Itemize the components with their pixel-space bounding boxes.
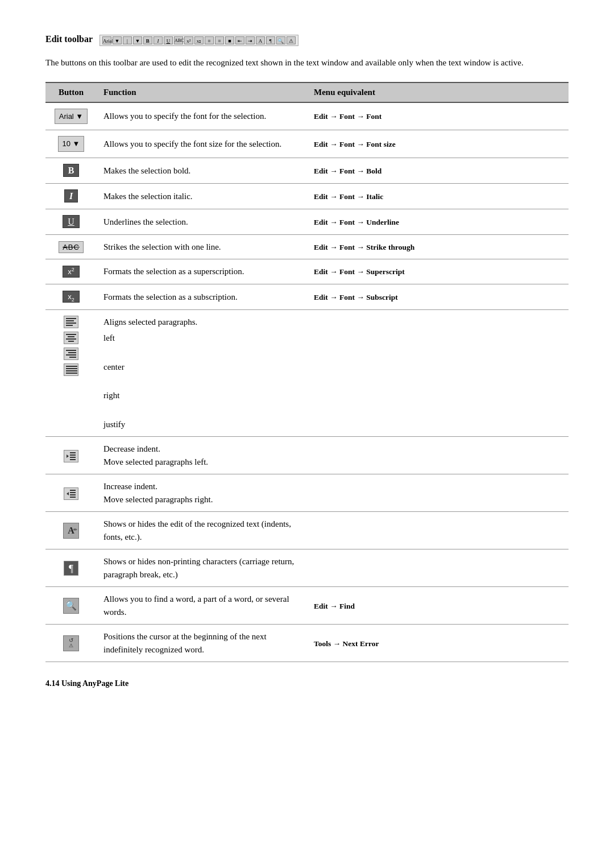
align-right-button[interactable] — [64, 348, 78, 360]
button-cell: x2 — [45, 259, 97, 284]
menu-cell — [307, 512, 569, 549]
function-cell: Underlines the selection. — [97, 209, 307, 234]
function-cell: Aligns selected paragraphs. left center … — [97, 309, 307, 437]
menu-equiv-text: Edit → Font → Font size — [314, 140, 396, 148]
subscript-button[interactable]: x2 — [63, 291, 80, 303]
menu-equiv-text: Edit → Find — [314, 602, 355, 610]
align-center-button[interactable] — [64, 332, 78, 344]
button-cell: x2 — [45, 284, 97, 309]
find-button[interactable]: 🔍 — [63, 598, 79, 614]
toolbar-indent1-preview: ⇤ — [235, 36, 244, 44]
function-cell: Makes the selection italic. — [97, 183, 307, 209]
increase-indent-button[interactable] — [64, 487, 78, 500]
table-row: Decrease indent.Move selected paragraphs… — [45, 437, 569, 474]
menu-cell: Edit → Font → Subscript — [307, 284, 569, 309]
button-cell: B — [45, 158, 97, 183]
pilcrow-button[interactable]: ¶ — [64, 561, 78, 576]
menu-cell: Edit → Find — [307, 587, 569, 625]
table-row: 🔍 Allows you to find a word, a part of a… — [45, 587, 569, 625]
font-selector-button[interactable]: Arial ▼ — [55, 109, 88, 125]
toolbar-find-preview: 🔍 — [276, 36, 285, 44]
toolbar-align1-preview: ≡ — [205, 36, 214, 44]
function-cell: Decrease indent.Move selected paragraphs… — [97, 437, 307, 474]
superscript-button[interactable]: x2 — [63, 266, 80, 278]
function-cell: Formats the selection as a superscriptio… — [97, 259, 307, 284]
menu-cell — [307, 309, 569, 437]
toolbar-err-preview: ⚠ — [287, 36, 296, 44]
toolbar-abc-preview: ABC — [174, 36, 183, 44]
table-row: I Makes the selection italic. Edit → Fon… — [45, 183, 569, 209]
button-cell: I — [45, 183, 97, 209]
toolbar-i-preview: I — [154, 36, 163, 44]
toolbar-align3-preview: ■ — [225, 36, 234, 44]
menu-cell — [307, 549, 569, 587]
table-row: ↺ ⚠ Positions the cursor at the beginnin… — [45, 625, 569, 662]
table-row: x2 Formats the selection as a superscrip… — [45, 259, 569, 284]
decrease-indent-button[interactable] — [64, 450, 78, 462]
button-cell: A ✏ — [45, 512, 97, 549]
increase-indent-icon — [65, 489, 77, 499]
button-cell: 🔍 — [45, 587, 97, 625]
align-justify-label: justify — [103, 418, 300, 431]
table-row: 10 ▼ Allows you to specify the font size… — [45, 130, 569, 158]
font-format-button[interactable]: A ✏ — [63, 523, 79, 539]
menu-equiv-text: Edit → Font → Strike through — [314, 243, 414, 251]
function-cell: Strikes the selection with one line. — [97, 234, 307, 259]
toolbar-font2-preview: A — [256, 36, 265, 44]
table-row: Increase indent.Move selected paragraphs… — [45, 474, 569, 512]
italic-button[interactable]: I — [64, 189, 78, 202]
menu-cell: Edit → Font → Font size — [307, 130, 569, 158]
menu-equiv-text: Edit → Font → Bold — [314, 167, 381, 175]
table-row: x2 Formats the selection as a subscripti… — [45, 284, 569, 309]
button-cell — [45, 437, 97, 474]
menu-cell — [307, 474, 569, 512]
toolbar-pilcrow-preview: ¶ — [266, 36, 275, 44]
menu-cell: Edit → Font → Strike through — [307, 234, 569, 259]
button-cell: U — [45, 209, 97, 234]
toolbar-preview: Arial ▼ | ▼ B I U ABC x² x₂ ≡ ≡ ■ ⇤ ⇥ A … — [99, 35, 298, 46]
menu-equiv-text: Edit → Font → Font — [314, 112, 381, 121]
menu-equiv-text: Edit → Font → Underline — [314, 218, 399, 226]
function-cell: Allows you to find a word, a part of a w… — [97, 587, 307, 625]
function-cell: Allows you to specify the font size for … — [97, 130, 307, 158]
svg-marker-9 — [67, 492, 69, 495]
button-cell — [45, 474, 97, 512]
button-cell: Arial ▼ — [45, 102, 97, 130]
bold-button[interactable]: B — [63, 164, 80, 177]
button-cell — [45, 309, 97, 437]
align-left-button[interactable] — [64, 316, 78, 328]
svg-marker-4 — [67, 454, 69, 458]
button-reference-table: Button Function Menu equivalent Arial ▼ … — [45, 82, 569, 663]
next-error-sub-icon: ⚠ — [69, 643, 73, 649]
intro-paragraph: The buttons on this toolbar are used to … — [45, 56, 569, 69]
align-justify-button[interactable] — [64, 363, 78, 376]
button-cell: ↺ ⚠ — [45, 625, 97, 662]
button-cell: ABC — [45, 234, 97, 259]
footer-text: 4.14 Using AnyPage Lite — [45, 679, 128, 688]
menu-cell: Edit → Font → Font — [307, 102, 569, 130]
function-cell: Makes the selection bold. — [97, 158, 307, 183]
next-error-button[interactable]: ↺ ⚠ — [63, 635, 79, 651]
section-header: Edit toolbar Arial ▼ | ▼ B I U ABC x² x₂… — [45, 34, 569, 46]
font-format-pencil-icon: ✏ — [73, 523, 77, 538]
toolbar-indent2-preview: ⇥ — [246, 36, 255, 44]
menu-cell: Edit → Font → Italic — [307, 183, 569, 209]
menu-equiv-text: Edit → Font → Superscript — [314, 267, 405, 276]
button-cell: 10 ▼ — [45, 130, 97, 158]
strikethrough-button[interactable]: ABC — [59, 241, 84, 253]
table-row: B Makes the selection bold. Edit → Font … — [45, 158, 569, 183]
align-left-label: left — [103, 332, 300, 345]
function-cell: Increase indent.Move selected paragraphs… — [97, 474, 307, 512]
underline-button[interactable]: U — [63, 215, 80, 228]
toolbar-super-preview: x² — [184, 36, 193, 44]
font-size-button[interactable]: 10 ▼ — [58, 136, 85, 152]
col-function: Function — [97, 82, 307, 102]
table-header-row: Button Function Menu equivalent — [45, 82, 569, 102]
find-icon: 🔍 — [65, 598, 77, 613]
table-row: Aligns selected paragraphs. left center … — [45, 309, 569, 437]
toolbar-font-preview: Arial — [102, 36, 111, 44]
section-title: Edit toolbar — [45, 34, 93, 44]
menu-cell: Edit → Font → Underline — [307, 209, 569, 234]
menu-equiv-text: Edit → Font → Subscript — [314, 293, 398, 301]
toolbar-ruler2-preview: ▼ — [133, 36, 142, 44]
